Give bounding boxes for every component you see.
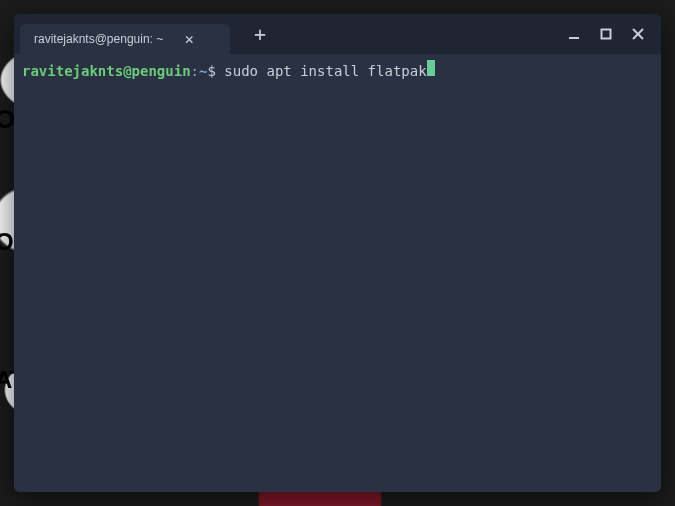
- close-icon[interactable]: [629, 25, 647, 43]
- close-tab-icon[interactable]: ✕: [181, 31, 197, 47]
- maximize-icon[interactable]: [597, 25, 615, 43]
- prompt-user-host: ravitejaknts@penguin: [22, 62, 191, 80]
- prompt-symbol: $: [207, 62, 224, 80]
- prompt-path: ~: [199, 62, 207, 80]
- minimize-icon[interactable]: [565, 25, 583, 43]
- prompt-line: ravitejaknts@penguin:~$ sudo apt install…: [22, 62, 653, 80]
- cursor: [427, 60, 435, 76]
- terminal-window: ravitejaknts@penguin: ~ ✕ + ravitejaknts…: [14, 14, 661, 492]
- terminal-tab[interactable]: ravitejaknts@penguin: ~ ✕: [20, 24, 230, 54]
- window-controls: [565, 25, 653, 43]
- prompt-separator: :: [191, 62, 199, 80]
- new-tab-button[interactable]: +: [246, 20, 274, 48]
- command-input[interactable]: sudo apt install flatpak: [224, 62, 426, 80]
- tab-title: ravitejaknts@penguin: ~: [34, 32, 163, 46]
- titlebar[interactable]: ravitejaknts@penguin: ~ ✕ +: [14, 14, 661, 54]
- terminal-body[interactable]: ravitejaknts@penguin:~$ sudo apt install…: [14, 54, 661, 492]
- svg-rect-1: [602, 30, 611, 39]
